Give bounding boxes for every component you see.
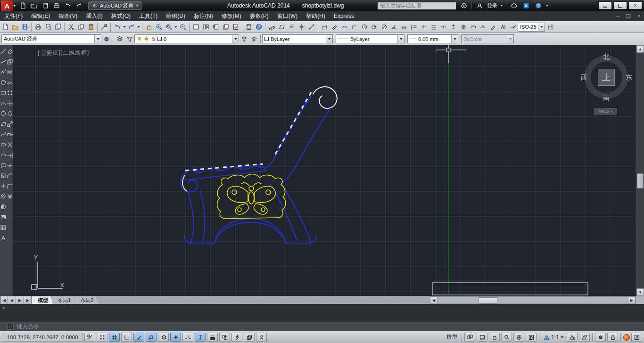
extend-tool[interactable] <box>7 150 13 160</box>
dim-inspect-button[interactable] <box>468 22 478 32</box>
id-point-button[interactable] <box>297 22 306 32</box>
array-tool[interactable] <box>7 88 13 98</box>
new-button[interactable] <box>0 22 10 32</box>
3d-object-snap-toggle[interactable] <box>158 333 169 342</box>
object-snap-toggle[interactable] <box>146 333 157 342</box>
toolbar-lock-button[interactable] <box>607 333 618 342</box>
menu-help[interactable]: 帮助(H) <box>302 11 330 21</box>
close-button[interactable]: × <box>628 1 642 9</box>
properties-button[interactable] <box>191 22 201 32</box>
designcenter-button[interactable] <box>201 22 211 32</box>
zoom-status-button[interactable] <box>501 333 512 342</box>
tab-nav-next-button[interactable]: ▶ <box>16 296 24 304</box>
signin-link[interactable]: 登录 <box>487 2 497 9</box>
copy-tool[interactable] <box>7 57 13 67</box>
compass-east[interactable]: 东 <box>624 74 634 82</box>
circle-tool[interactable] <box>0 108 7 119</box>
dim-jog-line-button[interactable] <box>478 22 488 32</box>
infer-constraints-toggle[interactable] <box>84 333 95 342</box>
dynamic-ucs-toggle[interactable] <box>182 333 193 342</box>
redo-dropdown-icon[interactable] <box>136 22 140 32</box>
workspace-combo[interactable]: AutoCAD 经典 <box>1 34 101 43</box>
menu-parametric[interactable]: 参数(P) <box>246 11 273 21</box>
tab-nav-last-button[interactable]: ▶ <box>24 296 32 304</box>
scale-tool[interactable] <box>7 119 13 129</box>
explode-tool[interactable] <box>7 191 13 202</box>
compass-north[interactable]: 北 <box>602 53 611 61</box>
menu-dimension[interactable]: 标注(N) <box>190 11 217 21</box>
command-input[interactable] <box>17 323 644 330</box>
app-logo-icon[interactable]: A <box>1 0 13 11</box>
qat-redo-button[interactable] <box>74 1 84 10</box>
annotation-scale-control[interactable]: 1:1 <box>542 333 565 342</box>
scroll-left-button[interactable]: ◀ <box>430 296 438 304</box>
plot-button[interactable] <box>33 22 43 32</box>
command-close-icon[interactable]: × <box>2 306 5 310</box>
zoom-dropdown-icon[interactable] <box>173 22 178 32</box>
viewport-controls[interactable]: [-][俯视][二维线框] <box>38 49 89 57</box>
stretch-tool[interactable] <box>7 129 13 139</box>
color-combo-arrow-icon[interactable] <box>326 35 332 43</box>
horizontal-scroll-thumb[interactable] <box>479 297 497 303</box>
tab-nav-prev-button[interactable]: ◀ <box>8 296 16 304</box>
qat-new-button[interactable] <box>17 1 28 10</box>
make-block-tool[interactable] <box>0 171 7 181</box>
ortho-toggle[interactable] <box>121 333 132 342</box>
menu-express[interactable]: Express <box>330 11 358 21</box>
zoom-realtime-button[interactable] <box>154 22 164 32</box>
lineweight-combo[interactable]: 0.00 mm <box>407 34 458 43</box>
table-tool[interactable] <box>0 222 7 233</box>
ucs-icon[interactable]: Y X <box>32 254 64 290</box>
menu-insert[interactable]: 插入(I) <box>82 11 107 21</box>
polar-tracking-toggle[interactable] <box>133 333 144 342</box>
dim-jogged-button[interactable] <box>369 22 379 32</box>
infocenter-search-input[interactable] <box>377 2 456 10</box>
make-object-layer-current-button[interactable] <box>239 34 249 44</box>
copy-button[interactable] <box>76 22 86 32</box>
help-arrow-icon[interactable] <box>546 5 549 7</box>
a360-cloud-icon[interactable] <box>509 1 519 10</box>
workspace-switcher[interactable]: AutoCAD 经典 <box>88 1 142 10</box>
object-snap-tracking-toggle[interactable] <box>170 333 181 342</box>
measure-tool-button[interactable] <box>267 22 277 32</box>
drawing-canvas[interactable]: Y X [-][俯视][二维线框] 北 南 西 东 上 WCS <box>13 45 636 296</box>
gradient-tool[interactable] <box>0 202 7 212</box>
workspace-switching-button[interactable] <box>595 333 606 342</box>
zoom-window-button[interactable] <box>164 22 173 32</box>
show-motion-button[interactable] <box>526 333 537 342</box>
dim-style-manager-button[interactable] <box>545 22 555 32</box>
match-properties-button[interactable] <box>99 22 109 32</box>
open-button[interactable] <box>10 22 20 32</box>
grid-toggle[interactable] <box>109 333 120 342</box>
area-tool-button[interactable] <box>277 22 287 32</box>
clean-screen-button[interactable] <box>631 333 642 342</box>
pan-button[interactable] <box>144 22 154 32</box>
performance-tuner-icon[interactable] <box>623 334 630 341</box>
horizontal-scroll-track[interactable] <box>438 296 628 304</box>
pan-status-button[interactable] <box>489 333 500 342</box>
layer-combo[interactable]: 0 <box>134 34 239 43</box>
dim-space-button[interactable] <box>429 22 438 32</box>
dim-radius-button[interactable] <box>359 22 369 32</box>
break-tool[interactable] <box>7 160 13 171</box>
menu-view[interactable]: 视图(V) <box>54 11 82 21</box>
qat-plot-button[interactable] <box>51 1 62 10</box>
wcs-menu[interactable]: WCS <box>594 108 617 114</box>
transparency-toggle[interactable] <box>219 333 230 342</box>
quick-view-layouts-button[interactable] <box>464 333 475 342</box>
construction-line-tool[interactable] <box>0 57 7 67</box>
revision-cloud-tool[interactable] <box>0 119 7 129</box>
linetype-combo[interactable]: ByLayer <box>336 34 405 43</box>
tab-model[interactable]: 模型 <box>32 296 54 304</box>
mdi-restore-button[interactable]: ❏ <box>625 13 632 19</box>
search-icon[interactable] <box>459 1 469 10</box>
erase-tool[interactable] <box>7 46 13 57</box>
bench-highlight-edges[interactable] <box>182 87 337 191</box>
compass-south[interactable]: 南 <box>602 94 611 103</box>
trim-tool[interactable] <box>7 139 13 150</box>
selection-rectangle[interactable] <box>432 283 588 295</box>
hatch-tool[interactable] <box>0 191 7 202</box>
layer-combo-arrow-icon[interactable] <box>232 35 239 43</box>
mirror-tool[interactable] <box>7 67 13 77</box>
dim-text-edit-button[interactable] <box>498 22 508 32</box>
